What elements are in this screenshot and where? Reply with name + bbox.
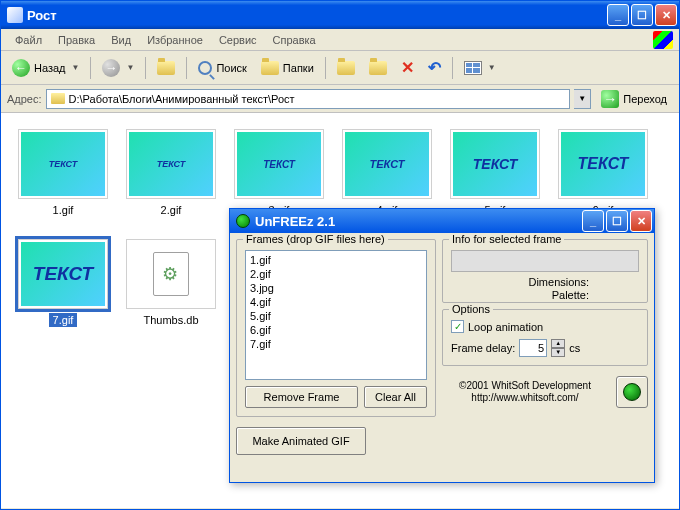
unfreez-maximize-button[interactable]: ☐ [606, 210, 628, 232]
file-item[interactable]: ТЕКСТ2.gif [117, 125, 225, 235]
menu-favorites[interactable]: Избранное [139, 32, 211, 48]
clear-all-button[interactable]: Clear All [364, 386, 427, 408]
thumbnail: ТЕКСТ [18, 239, 108, 309]
frame-item[interactable]: 4.gif [250, 295, 422, 309]
back-arrow-icon: ← [12, 59, 30, 77]
file-item[interactable]: Thumbs.db [117, 235, 225, 345]
loop-label: Loop animation [468, 321, 543, 333]
address-input[interactable]: D:\Работа\Блоги\Анимированный текст\Рост [46, 89, 571, 109]
folders-icon [261, 61, 279, 75]
menu-tools[interactable]: Сервис [211, 32, 265, 48]
menu-view[interactable]: Вид [103, 32, 139, 48]
frames-label: Frames (drop GIF files here) [243, 233, 388, 245]
copy-icon [369, 61, 387, 75]
unfreez-close-button[interactable]: ✕ [630, 210, 652, 232]
move-to-button[interactable] [332, 55, 360, 81]
search-icon [198, 61, 212, 75]
copyright-text: ©2001 WhitSoft Development http://www.wh… [442, 380, 608, 404]
palette-label: Palette: [451, 289, 639, 302]
go-arrow-icon: → [601, 90, 619, 108]
unfreez-window: UnFREEz 2.1 _ ☐ ✕ Frames (drop GIF files… [229, 208, 655, 483]
close-button[interactable]: ✕ [655, 4, 677, 26]
maximize-button[interactable]: ☐ [631, 4, 653, 26]
spin-down-button[interactable]: ▼ [551, 348, 565, 357]
views-button[interactable]: ▼ [459, 55, 501, 81]
move-icon [337, 61, 355, 75]
frame-item[interactable]: 2.gif [250, 267, 422, 281]
frame-item[interactable]: 7.gif [250, 337, 422, 351]
frame-item[interactable]: 6.gif [250, 323, 422, 337]
address-dropdown[interactable]: ▼ [574, 89, 591, 109]
unfreez-title: UnFREEz 2.1 [255, 214, 335, 229]
menu-file[interactable]: Файл [7, 32, 50, 48]
file-name: 7.gif [49, 313, 78, 327]
undo-icon: ↶ [428, 58, 441, 77]
frame-item[interactable]: 1.gif [250, 253, 422, 267]
options-groupbox: Options ✓ Loop animation Frame delay: ▲ … [442, 309, 648, 366]
folder-up-icon [157, 61, 175, 75]
options-label: Options [449, 303, 493, 315]
info-groupbox: Info for selected frame Dimensions: Pale… [442, 239, 648, 303]
file-name: Thumbs.db [139, 313, 202, 327]
file-name: 2.gif [157, 203, 186, 217]
globe-icon [623, 383, 641, 401]
unfreez-minimize-button[interactable]: _ [582, 210, 604, 232]
delay-unit: cs [569, 342, 580, 354]
window-title: Рост [27, 8, 605, 23]
thumbnail: ТЕКСТ [450, 129, 540, 199]
delay-input[interactable] [519, 339, 547, 357]
address-label: Адрес: [7, 93, 42, 105]
folders-button[interactable]: Папки [256, 55, 319, 81]
spin-up-button[interactable]: ▲ [551, 339, 565, 348]
thumbnail: ТЕКСТ [234, 129, 324, 199]
file-item[interactable]: ТЕКСТ7.gif [9, 235, 117, 345]
search-button[interactable]: Поиск [193, 55, 251, 81]
minimize-button[interactable]: _ [607, 4, 629, 26]
unfreez-titlebar[interactable]: UnFREEz 2.1 _ ☐ ✕ [230, 209, 654, 233]
views-icon [464, 61, 482, 75]
delete-button[interactable]: ✕ [396, 55, 419, 81]
chevron-down-icon: ▼ [72, 63, 80, 72]
thumbnail [126, 239, 216, 309]
undo-button[interactable]: ↶ [423, 55, 446, 81]
thumbnail: ТЕКСТ [18, 129, 108, 199]
toolbar: ← Назад ▼ → ▼ Поиск Папки ✕ ↶ ▼ [1, 51, 679, 85]
file-item[interactable]: ТЕКСТ1.gif [9, 125, 117, 235]
go-button[interactable]: → Переход [595, 88, 673, 110]
thumbnail: ТЕКСТ [558, 129, 648, 199]
make-gif-button[interactable]: Make Animated GIF [236, 427, 366, 455]
about-button[interactable] [616, 376, 648, 408]
explorer-titlebar[interactable]: Рост _ ☐ ✕ [1, 1, 679, 29]
delete-x-icon: ✕ [401, 58, 414, 77]
thumbnail: ТЕКСТ [342, 129, 432, 199]
info-label: Info for selected frame [449, 233, 564, 245]
unfreez-app-icon [236, 214, 250, 228]
back-button[interactable]: ← Назад ▼ [7, 55, 84, 81]
frames-groupbox: Frames (drop GIF files here) 1.gif2.gif3… [236, 239, 436, 417]
frame-item[interactable]: 5.gif [250, 309, 422, 323]
file-name: 1.gif [49, 203, 78, 217]
copy-to-button[interactable] [364, 55, 392, 81]
menu-edit[interactable]: Правка [50, 32, 103, 48]
forward-button[interactable]: → ▼ [97, 55, 139, 81]
menubar: Файл Правка Вид Избранное Сервис Справка [1, 29, 679, 51]
remove-frame-button[interactable]: Remove Frame [245, 386, 358, 408]
frame-item[interactable]: 3.jpg [250, 281, 422, 295]
folder-icon [51, 93, 65, 104]
delay-label: Frame delay: [451, 342, 515, 354]
db-file-icon [153, 252, 189, 296]
frames-listbox[interactable]: 1.gif2.gif3.jpg4.gif5.gif6.gif7.gif [245, 250, 427, 380]
folder-icon [7, 7, 23, 23]
frame-preview [451, 250, 639, 272]
loop-checkbox[interactable]: ✓ [451, 320, 464, 333]
windows-flag-icon [653, 31, 673, 49]
up-button[interactable] [152, 55, 180, 81]
chevron-down-icon: ▼ [488, 63, 496, 72]
forward-arrow-icon: → [102, 59, 120, 77]
chevron-down-icon: ▼ [126, 63, 134, 72]
menu-help[interactable]: Справка [265, 32, 324, 48]
address-bar: Адрес: D:\Работа\Блоги\Анимированный тек… [1, 85, 679, 113]
dimensions-label: Dimensions: [451, 276, 639, 289]
thumbnail: ТЕКСТ [126, 129, 216, 199]
